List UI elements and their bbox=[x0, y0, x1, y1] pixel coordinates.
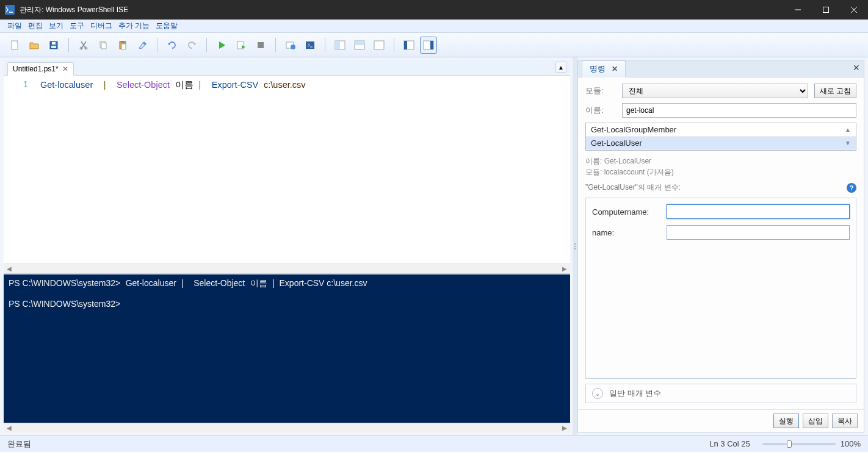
window-title: 관리자: Windows PowerShell ISE bbox=[20, 5, 784, 15]
show-script-icon[interactable] bbox=[400, 37, 418, 54]
panel-close-icon[interactable]: ✕ bbox=[853, 63, 860, 73]
svg-rect-14 bbox=[121, 44, 126, 49]
new-file-icon[interactable] bbox=[6, 37, 23, 54]
editor-hscroll[interactable]: ◀▶ bbox=[4, 264, 570, 273]
console-hscroll[interactable]: ◀▶ bbox=[4, 423, 570, 432]
chevron-down-icon: ⌄ bbox=[592, 388, 603, 399]
menubar: 파일 편집 보기 도구 디버그 추가 기능 도움말 bbox=[0, 20, 868, 33]
layout-side-icon[interactable] bbox=[331, 37, 349, 54]
statusbar: 완료됨 Ln 3 Col 25 100% bbox=[0, 435, 868, 452]
svg-point-18 bbox=[291, 45, 295, 49]
module-label: 모듈: bbox=[585, 85, 616, 96]
app-icon bbox=[5, 5, 15, 15]
menu-tools[interactable]: 도구 bbox=[67, 20, 87, 32]
insert-button[interactable]: 삽입 bbox=[803, 414, 828, 428]
console-pane[interactable]: PS C:\WINDOWS\system32> Get-localuser | … bbox=[4, 273, 570, 423]
open-file-icon[interactable] bbox=[26, 37, 43, 54]
script-editor[interactable]: 1 Get-localuser | Select-Object 이름 | Exp… bbox=[4, 76, 570, 264]
show-command-icon[interactable] bbox=[420, 37, 437, 54]
clear-icon[interactable] bbox=[134, 37, 151, 54]
maximize-button[interactable] bbox=[812, 0, 840, 20]
menu-view[interactable]: 보기 bbox=[46, 20, 66, 32]
param-input-computername[interactable] bbox=[667, 204, 850, 219]
svg-rect-13 bbox=[121, 41, 125, 43]
stop-icon[interactable] bbox=[252, 37, 269, 54]
layout-top-icon[interactable] bbox=[351, 37, 368, 54]
code-area[interactable]: Get-localuser | Select-Object 이름 | Expor… bbox=[34, 76, 570, 264]
menu-help[interactable]: 도움말 bbox=[153, 20, 180, 32]
menu-edit[interactable]: 편집 bbox=[26, 20, 45, 32]
list-item[interactable]: Get-LocalGroupMember▲ bbox=[586, 123, 856, 137]
list-item[interactable]: Get-LocalUser▼ bbox=[586, 137, 856, 150]
svg-rect-24 bbox=[374, 41, 384, 49]
copy-icon[interactable] bbox=[95, 37, 112, 54]
copy-button[interactable]: 복사 bbox=[832, 414, 858, 428]
line-gutter: 1 bbox=[4, 76, 34, 264]
tab-label: Untitled1.ps1* bbox=[13, 65, 59, 73]
minimize-button[interactable] bbox=[784, 0, 812, 20]
splitter[interactable] bbox=[573, 57, 577, 435]
menu-debug[interactable]: 디버그 bbox=[88, 20, 115, 32]
svg-rect-23 bbox=[355, 41, 364, 45]
menu-file[interactable]: 파일 bbox=[5, 20, 24, 32]
param-input-name[interactable] bbox=[667, 225, 850, 240]
common-params-expander[interactable]: ⌄ 일반 매개 변수 bbox=[585, 384, 856, 403]
param-label-computername: Computername: bbox=[592, 207, 659, 217]
status-text: 완료됨 bbox=[7, 439, 31, 450]
collapse-editor-icon[interactable]: ▲ bbox=[555, 62, 566, 73]
zoom-control[interactable]: 100% bbox=[762, 439, 861, 448]
svg-rect-11 bbox=[101, 43, 106, 49]
layout-max-icon[interactable] bbox=[371, 37, 388, 54]
zoom-value: 100% bbox=[841, 439, 861, 448]
svg-rect-28 bbox=[430, 41, 433, 49]
svg-rect-6 bbox=[52, 42, 56, 45]
help-icon[interactable]: ? bbox=[847, 183, 856, 193]
toolbar bbox=[0, 33, 868, 57]
run-script-icon[interactable] bbox=[213, 37, 230, 54]
refresh-button[interactable]: 새로 고침 bbox=[814, 84, 856, 98]
run-selection-icon[interactable] bbox=[233, 37, 250, 54]
editor-tabrow: Untitled1.ps1* ✕ ▲ bbox=[4, 60, 570, 76]
redo-icon[interactable] bbox=[183, 37, 200, 54]
run-button[interactable]: 실행 bbox=[773, 414, 799, 428]
titlebar: 관리자: Windows PowerShell ISE bbox=[0, 0, 868, 20]
menu-addons[interactable]: 추가 기능 bbox=[116, 20, 152, 32]
commands-panel: 명령 ✕ ✕ 모듈: 전체 새로 고침 이름: Get-LocalGroupMe… bbox=[577, 60, 864, 432]
command-detail: 이름: Get-LocalUser 모듈: localaccount (가져옴) bbox=[585, 156, 856, 178]
param-label-name: name: bbox=[592, 228, 659, 237]
svg-rect-21 bbox=[335, 41, 340, 49]
tab-close-icon[interactable]: ✕ bbox=[62, 65, 68, 73]
panel-tab-close-icon[interactable]: ✕ bbox=[612, 65, 618, 73]
svg-rect-1 bbox=[823, 7, 829, 13]
panel-tab-commands[interactable]: 명령 ✕ bbox=[582, 60, 626, 77]
new-remote-tab-icon[interactable] bbox=[282, 37, 299, 54]
powershell-tab-icon[interactable] bbox=[302, 37, 319, 54]
save-icon[interactable] bbox=[45, 37, 62, 54]
module-select[interactable]: 전체 bbox=[622, 84, 808, 98]
tab-untitled1[interactable]: Untitled1.ps1* ✕ bbox=[7, 62, 74, 76]
name-label: 이름: bbox=[585, 105, 616, 116]
command-results-list[interactable]: Get-LocalGroupMember▲ Get-LocalUser▼ bbox=[585, 123, 856, 151]
params-box: Computername: name: bbox=[585, 198, 856, 379]
svg-rect-7 bbox=[51, 46, 56, 48]
svg-rect-26 bbox=[404, 41, 407, 49]
cut-icon[interactable] bbox=[75, 37, 92, 54]
undo-icon[interactable] bbox=[164, 37, 181, 54]
paste-icon[interactable] bbox=[114, 37, 131, 54]
close-button[interactable] bbox=[840, 0, 868, 20]
name-input[interactable] bbox=[622, 103, 856, 118]
svg-rect-16 bbox=[258, 42, 264, 48]
params-title: "Get-LocalUser"의 매개 변수: bbox=[585, 182, 681, 193]
cursor-position: Ln 3 Col 25 bbox=[709, 439, 750, 448]
svg-rect-19 bbox=[306, 41, 314, 49]
